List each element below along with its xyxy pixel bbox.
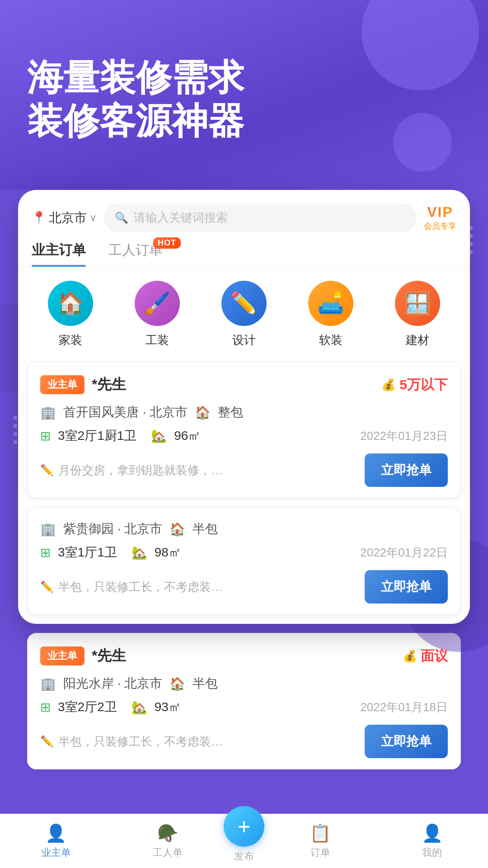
order-header-1: 业主单 *先生 💰 5万以下 [40, 375, 448, 395]
order-bottom-3: ✏️ 半包，只装修工长，不考虑装… 立即抢单 [40, 725, 448, 758]
price-icon-1: 💰 [381, 378, 396, 392]
search-bar: 📍 北京市 ∨ 🔍 请输入关键词搜索 VIP 会员专享 [18, 190, 470, 241]
order-desc-3: ✏️ 半包，只装修工长，不考虑装… [40, 734, 365, 750]
nav-item-orders[interactable]: 📋 订单 [264, 823, 376, 859]
nav-owner-label: 业主单 [41, 846, 71, 859]
rooms-icon-3: ⊞ [40, 700, 51, 715]
price-icon-3: 💰 [403, 649, 417, 663]
search-placeholder: 请输入关键词搜索 [134, 210, 228, 226]
customer-name-1: *先生 [92, 375, 126, 395]
style-text-2: 半包 [192, 520, 218, 538]
community-text-1: 首开国风美唐 · 北京市 [63, 404, 188, 421]
category-icon-home: 🏠 [48, 281, 93, 326]
category-label-design: 设计 [232, 332, 256, 348]
nav-orders-label: 订单 [310, 846, 330, 859]
desc-icon-3: ✏️ [40, 735, 54, 748]
area-text-3: 93㎡ [155, 698, 181, 716]
grab-button-1[interactable]: 立即抢单 [365, 453, 448, 487]
nav-profile-icon: 👤 [422, 823, 443, 843]
desc-text-3: 半包，只装修工长，不考虑装… [58, 734, 223, 750]
order-header-3: 业主单 *先生 💰 面议 [40, 646, 448, 666]
vip-badge[interactable]: VIP 会员专享 [424, 204, 456, 231]
order-desc-1: ✏️ 月份交房，拿到钥匙就装修，… [40, 462, 365, 478]
category-label-commercial: 工装 [145, 332, 169, 348]
area-text-2: 98㎡ [155, 544, 181, 561]
grab-button-3[interactable]: 立即抢单 [365, 725, 448, 758]
area-text-1: 96㎡ [174, 427, 201, 444]
nav-profile-label: 我的 [422, 846, 442, 859]
desc-text-1: 月份交房，拿到钥匙就装修，… [58, 462, 223, 478]
rooms-text-3: 3室2厅2卫 [58, 698, 117, 716]
nav-publish-button[interactable]: + [224, 806, 264, 847]
nav-item-worker[interactable]: 🪖 工人单 [112, 823, 224, 859]
nav-publish-label: 发布 [234, 849, 254, 863]
grab-button-2[interactable]: 立即抢单 [365, 570, 448, 604]
search-input[interactable]: 🔍 请输入关键词搜索 [104, 203, 417, 232]
customer-name-3: *先生 [92, 646, 126, 666]
area-icon-2: 🏡 [131, 545, 147, 560]
category-label-soft: 软装 [319, 332, 343, 348]
order-type-badge-3: 业主单 [40, 646, 84, 665]
app-card: 📍 北京市 ∨ 🔍 请输入关键词搜索 VIP 会员专享 业主订单 工人订单 HO… [18, 190, 470, 624]
order-rooms-row-3: ⊞ 3室2厅2卫 🏡 93㎡ 2022年01月18日 [40, 698, 448, 716]
date-text-3: 2022年01月18日 [360, 699, 448, 715]
tab-worker-orders[interactable]: 工人订单 HOT [108, 241, 163, 267]
order-card-1: 业主单 *先生 💰 5万以下 🏢 首开国风美唐 · 北京市 🏠 整包 ⊞ 3室2… [27, 362, 461, 498]
nav-worker-label: 工人单 [153, 846, 183, 859]
category-icon-design: ✏️ [221, 281, 267, 326]
order-card-3: 业主单 *先生 💰 面议 🏢 阳光水岸 · 北京市 🏠 半包 ⊞ 3室2厅2卫 … [27, 633, 461, 769]
location-button[interactable]: 📍 北京市 ∨ [32, 209, 97, 226]
building-icon-1: 🏢 [40, 405, 56, 420]
vip-text: VIP [427, 204, 453, 221]
order-header-left-3: 业主单 *先生 [40, 646, 126, 666]
nav-worker-icon: 🪖 [157, 823, 178, 843]
hot-badge: HOT [153, 237, 181, 249]
order-card-3-wrap: 业主单 *先生 💰 面议 🏢 阳光水岸 · 北京市 🏠 半包 ⊞ 3室2厅2卫 … [18, 633, 470, 769]
category-materials[interactable]: 🪟 建材 [395, 281, 440, 348]
main-content: 📍 北京市 ∨ 🔍 请输入关键词搜索 VIP 会员专享 业主订单 工人订单 HO… [0, 190, 488, 833]
desc-icon-1: ✏️ [40, 464, 54, 476]
order-header-left-1: 业主单 *先生 [40, 375, 126, 395]
nav-item-owner[interactable]: 👤 业主单 [0, 823, 112, 859]
hero-section: 海量装修需求 装修客源神器 [0, 0, 488, 190]
tab-owner-orders[interactable]: 业主订单 [32, 241, 86, 267]
order-card-2: 🏢 紫贵御园 · 北京市 🏠 半包 ⊞ 3室1厅1卫 🏡 98㎡ 2022年01… [27, 507, 461, 615]
order-desc-2: ✏️ 半包，只装修工长，不考虑装… [40, 579, 365, 595]
nav-plus-icon: + [237, 815, 250, 838]
rooms-text-2: 3室1厅1卫 [58, 544, 117, 561]
package-icon-3: 🏠 [169, 676, 185, 691]
order-bottom-1: ✏️ 月份交房，拿到钥匙就装修，… 立即抢单 [40, 453, 448, 487]
nav-item-profile[interactable]: 👤 我的 [376, 823, 488, 859]
nav-owner-icon: 👤 [45, 823, 66, 843]
rooms-text-1: 3室2厅1厨1卫 [58, 427, 136, 444]
nav-item-publish[interactable]: + 发布 [224, 820, 264, 863]
category-home-decor[interactable]: 🏠 家装 [48, 281, 93, 348]
hero-title: 海量装修需求 装修客源神器 [27, 56, 461, 143]
area-icon-1: 🏡 [151, 429, 167, 443]
category-commercial[interactable]: 🖌️ 工装 [135, 281, 180, 348]
category-label-materials: 建材 [406, 332, 429, 348]
area-icon-3: 🏡 [131, 700, 147, 715]
category-icon-materials: 🪟 [395, 281, 440, 326]
tabs-bar: 业主订单 工人订单 HOT [18, 241, 470, 267]
style-text-3: 半包 [192, 675, 218, 692]
rooms-icon-2: ⊞ [40, 545, 51, 560]
order-type-badge-1: 业主单 [40, 375, 84, 394]
price-badge-3: 💰 面议 [403, 647, 448, 665]
location-pin-icon: 📍 [32, 211, 46, 225]
category-design[interactable]: ✏️ 设计 [221, 281, 267, 348]
building-icon-2: 🏢 [40, 522, 56, 537]
category-label-home: 家装 [59, 332, 82, 348]
style-text-1: 整包 [218, 404, 243, 421]
order-community-row-3: 🏢 阳光水岸 · 北京市 🏠 半包 [40, 675, 448, 692]
order-community-row-2: 🏢 紫贵御园 · 北京市 🏠 半包 [40, 520, 448, 538]
building-icon-3: 🏢 [40, 676, 56, 691]
search-icon: 🔍 [115, 212, 128, 224]
order-bottom-2: ✏️ 半包，只装修工长，不考虑装… 立即抢单 [40, 570, 448, 604]
category-soft-decor[interactable]: 🛋️ 软装 [308, 281, 353, 348]
nav-orders-icon: 📋 [310, 823, 331, 843]
community-text-3: 阳光水岸 · 北京市 [63, 675, 162, 692]
location-text: 北京市 [49, 209, 87, 226]
desc-text-2: 半包，只装修工长，不考虑装… [58, 579, 223, 595]
date-text-1: 2022年01月23日 [360, 428, 448, 444]
